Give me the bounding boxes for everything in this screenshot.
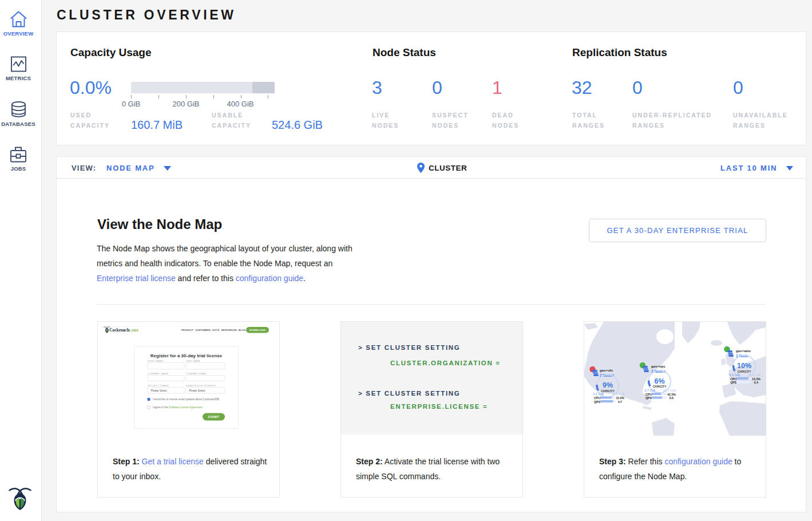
svg-text:geo=ams: geo=ams: [736, 349, 751, 353]
svg-text:Register for a 30-day trial li: Register for a 30-day trial license: [150, 353, 223, 358]
svg-text:LABS: LABS: [129, 329, 138, 332]
svg-text:42.5%: 42.5%: [667, 393, 676, 396]
svg-text:DOCS: DOCS: [212, 329, 219, 331]
svg-text:CAPACITY: CAPACITY: [653, 385, 667, 388]
svg-text:3.7 GiB: 3.7 GiB: [644, 389, 655, 392]
svg-text:I agree to the Software Licens: I agree to the Software License Agreemen…: [153, 406, 203, 409]
svg-text:43.7 GiB: 43.7 GiB: [663, 389, 676, 392]
svg-text:11.0%: 11.0%: [616, 396, 624, 400]
svg-text:RESOURCES: RESOURCES: [221, 329, 237, 331]
svg-text:QPS: QPS: [730, 381, 737, 384]
svg-text:QPS: QPS: [645, 396, 652, 400]
svg-text:geo=nyc: geo=nyc: [651, 365, 666, 368]
svg-text:10%: 10%: [737, 362, 751, 370]
svg-text:6%: 6%: [654, 377, 664, 385]
svg-text:CPU: CPU: [645, 393, 652, 396]
svg-text:REASON FOR INTEREST: REASON FOR INTEREST: [186, 384, 216, 387]
svg-text:9%: 9%: [603, 381, 613, 389]
svg-text:4.7: 4.7: [618, 400, 622, 404]
svg-text:35.1 GiB: 35.1 GiB: [612, 392, 625, 396]
svg-text:QPS: QPS: [594, 400, 601, 404]
svg-text:PRODUCT: PRODUCT: [181, 329, 193, 331]
svg-text:PROJECT PHASE: PROJECT PHASE: [148, 384, 169, 387]
svg-text:COMPANY EMAIL: COMPANY EMAIL: [186, 372, 207, 375]
svg-text:0.4: 0.4: [754, 381, 758, 384]
svg-text:3.6 GiB: 3.6 GiB: [729, 373, 740, 377]
svg-text:3.2 GiB: 3.2 GiB: [593, 392, 604, 396]
svg-text:I would like to receive email: I would like to receive email updates ab…: [153, 398, 220, 401]
svg-text:CUSTOMERS: CUSTOMERS: [195, 329, 211, 331]
svg-text:BLOG: BLOG: [239, 329, 245, 331]
svg-text:DOWNLOAD: DOWNLOAD: [249, 329, 266, 331]
svg-text:CPU: CPU: [730, 377, 736, 381]
svg-text:CAPACITY: CAPACITY: [738, 370, 751, 373]
svg-text:geo=sfo: geo=sfo: [600, 369, 613, 372]
svg-text:Please Select: Please Select: [189, 389, 206, 392]
svg-text:FIRST NAME: FIRST NAME: [148, 360, 163, 362]
svg-text:Please Select: Please Select: [151, 389, 168, 392]
svg-text:34.4 GiB: 34.4 GiB: [748, 373, 761, 377]
svg-text:COMPANY NAME: COMPANY NAME: [148, 372, 168, 375]
svg-text:SUBMIT: SUBMIT: [208, 416, 219, 419]
svg-text:Cockroach: Cockroach: [109, 327, 130, 333]
svg-text:CPU: CPU: [594, 396, 600, 400]
svg-text:LAST NAME: LAST NAME: [186, 360, 200, 362]
svg-text:13.3%: 13.3%: [752, 377, 760, 381]
svg-text:0.0: 0.0: [670, 396, 674, 400]
